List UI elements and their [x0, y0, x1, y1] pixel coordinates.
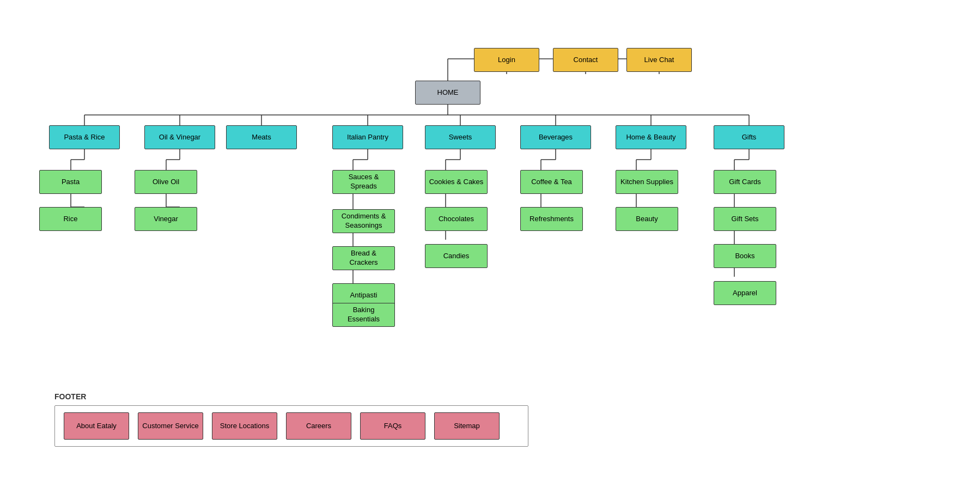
sub-olive-oil-label: Olive Oil [153, 178, 179, 187]
category-home-beauty[interactable]: Home & Beauty [616, 125, 686, 149]
sub-condiments-label: Condiments & Seasonings [336, 212, 391, 230]
footer-sitemap-label: Sitemap [454, 422, 480, 431]
category-italian-pantry-label: Italian Pantry [347, 133, 388, 142]
home-label: HOME [437, 88, 459, 98]
footer-sitemap[interactable]: Sitemap [434, 412, 500, 440]
sub-kitchen-supplies-label: Kitchen Supplies [620, 178, 673, 187]
sub-condiments[interactable]: Condiments & Seasonings [332, 209, 395, 233]
contact-label: Contact [574, 56, 598, 65]
sub-books-label: Books [735, 252, 754, 261]
sub-sauces-spreads[interactable]: Sauces & Spreads [332, 170, 395, 194]
category-oil-vinegar-label: Oil & Vinegar [159, 133, 200, 142]
footer-careers-label: Careers [306, 422, 331, 431]
category-beverages[interactable]: Beverages [520, 125, 591, 149]
sub-gift-sets[interactable]: Gift Sets [714, 207, 776, 231]
sub-beauty[interactable]: Beauty [616, 207, 678, 231]
sub-candies-label: Candies [443, 252, 470, 261]
sub-kitchen-supplies[interactable]: Kitchen Supplies [616, 170, 678, 194]
sub-baking-essentials-label: Baking Essentials [336, 306, 391, 324]
sub-beauty-label: Beauty [636, 215, 658, 224]
footer-customer-service-label: Customer Service [142, 422, 198, 431]
sub-pasta[interactable]: Pasta [39, 170, 102, 194]
category-oil-vinegar[interactable]: Oil & Vinegar [144, 125, 215, 149]
sub-books[interactable]: Books [714, 244, 776, 268]
sub-sauces-spreads-label: Sauces & Spreads [336, 173, 391, 191]
sub-chocolates-label: Chocolates [439, 215, 474, 224]
sub-candies[interactable]: Candies [425, 244, 488, 268]
sub-bread-crackers[interactable]: Bread & Crackers [332, 246, 395, 270]
login-label: Login [498, 56, 515, 65]
category-meats[interactable]: Meats [226, 125, 297, 149]
sub-olive-oil[interactable]: Olive Oil [135, 170, 197, 194]
footer-store-locations[interactable]: Store Locations [212, 412, 277, 440]
livechat-label: Live Chat [644, 56, 674, 65]
sub-gift-sets-label: Gift Sets [732, 215, 759, 224]
contact-button[interactable]: Contact [553, 48, 618, 72]
footer-customer-service[interactable]: Customer Service [138, 412, 203, 440]
category-gifts-label: Gifts [742, 133, 757, 142]
sub-coffee-tea[interactable]: Coffee & Tea [520, 170, 583, 194]
sub-pasta-label: Pasta [62, 178, 80, 187]
sub-rice[interactable]: Rice [39, 207, 102, 231]
sub-cookies-cakes-label: Cookies & Cakes [429, 178, 484, 187]
category-home-beauty-label: Home & Beauty [626, 133, 675, 142]
category-italian-pantry[interactable]: Italian Pantry [332, 125, 403, 149]
sub-apparel[interactable]: Apparel [714, 281, 776, 305]
footer-box: About Eataly Customer Service Store Loca… [54, 405, 528, 447]
login-button[interactable]: Login [474, 48, 539, 72]
category-beverages-label: Beverages [539, 133, 573, 142]
footer-about[interactable]: About Eataly [64, 412, 129, 440]
footer-store-locations-label: Store Locations [220, 422, 269, 431]
footer-faqs-label: FAQs [384, 422, 402, 431]
footer-careers[interactable]: Careers [286, 412, 351, 440]
sub-coffee-tea-label: Coffee & Tea [531, 178, 572, 187]
sub-bread-crackers-label: Bread & Crackers [336, 249, 391, 267]
sub-vinegar[interactable]: Vinegar [135, 207, 197, 231]
category-pasta-rice-label: Pasta & Rice [64, 133, 105, 142]
sub-baking-essentials[interactable]: Baking Essentials [332, 303, 395, 327]
footer-about-label: About Eataly [76, 422, 117, 431]
home-node[interactable]: HOME [415, 81, 480, 105]
sub-chocolates[interactable]: Chocolates [425, 207, 488, 231]
footer-faqs[interactable]: FAQs [360, 412, 425, 440]
sub-apparel-label: Apparel [733, 289, 757, 298]
sub-refreshments-label: Refreshments [529, 215, 574, 224]
livechat-button[interactable]: Live Chat [626, 48, 692, 72]
sub-gift-cards[interactable]: Gift Cards [714, 170, 776, 194]
category-sweets-label: Sweets [449, 133, 472, 142]
sub-vinegar-label: Vinegar [154, 215, 178, 224]
footer: FOOTER About Eataly Customer Service Sto… [54, 392, 528, 447]
sub-gift-cards-label: Gift Cards [729, 178, 761, 187]
category-pasta-rice[interactable]: Pasta & Rice [49, 125, 120, 149]
category-meats-label: Meats [252, 133, 271, 142]
sub-rice-label: Rice [63, 215, 77, 224]
sub-cookies-cakes[interactable]: Cookies & Cakes [425, 170, 488, 194]
category-sweets[interactable]: Sweets [425, 125, 496, 149]
sub-refreshments[interactable]: Refreshments [520, 207, 583, 231]
footer-label: FOOTER [54, 392, 528, 401]
category-gifts[interactable]: Gifts [714, 125, 784, 149]
sub-antipasti-label: Antipasti [350, 291, 378, 300]
